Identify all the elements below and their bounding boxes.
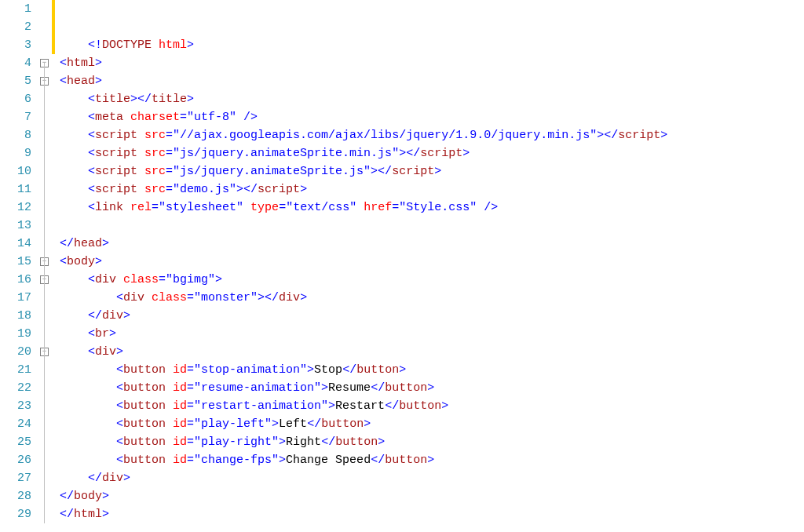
code-line[interactable]: <html>	[60, 54, 804, 72]
line-number: 29	[0, 505, 31, 523]
code-token: button	[399, 399, 441, 413]
code-line[interactable]: </div>	[60, 307, 804, 325]
code-token: ="monster"></	[187, 291, 279, 304]
line-number: 1	[0, 0, 31, 18]
change-marker-column	[52, 0, 57, 532]
line-number: 3	[0, 36, 31, 54]
line-number-gutter: 1234567891011121314151617181920212223242…	[0, 0, 38, 532]
code-line[interactable]: <button id="change-fps">Change Speed</bu…	[60, 451, 804, 469]
code-token: ="js/jquery.animateSprite.min.js"></	[166, 147, 420, 160]
code-token: </	[342, 363, 356, 377]
code-line[interactable]: <button id="restart-animation">Restart</…	[60, 397, 804, 415]
code-line[interactable]: <button id="resume-animation">Resume</bu…	[60, 379, 804, 397]
code-line[interactable]: </body>	[60, 487, 804, 505]
code-token: ="text/css"	[279, 201, 364, 214]
code-token: class	[152, 291, 187, 304]
code-line[interactable]: </head>	[60, 235, 804, 253]
line-number: 26	[0, 451, 31, 469]
code-token: src	[144, 147, 166, 160]
code-line[interactable]: <title></title>	[60, 90, 804, 108]
code-line[interactable]: <head>	[60, 72, 804, 90]
code-line[interactable]: <button id="play-left">Left</button>	[60, 415, 804, 433]
line-number: 6	[0, 90, 31, 108]
code-token: <	[88, 327, 95, 341]
code-token: <	[116, 454, 123, 467]
code-line[interactable]: <script src="demo.js"></script>	[60, 180, 804, 199]
code-token: charset	[130, 111, 180, 124]
code-line[interactable]: <button id="stop-animation">Stop</button…	[60, 361, 804, 379]
code-token: ="change-fps">	[187, 454, 286, 467]
code-token: head	[74, 237, 102, 250]
code-token: </	[371, 381, 385, 395]
code-token: <!	[88, 38, 102, 52]
code-token: </	[88, 309, 102, 322]
code-token: >	[95, 255, 102, 268]
code-token	[116, 273, 123, 286]
code-line[interactable]: <script src="js/jquery.animateSprite.js"…	[60, 162, 804, 180]
code-token: button	[123, 435, 166, 449]
code-area[interactable]: <!DOCTYPE html><html><head> <title></tit…	[57, 0, 804, 532]
line-number: 10	[0, 162, 31, 180]
code-line[interactable]: <div class="monster"></div>	[60, 289, 804, 307]
code-token: meta	[95, 111, 123, 124]
line-number: 15	[0, 253, 31, 271]
code-editor[interactable]: 1234567891011121314151617181920212223242…	[0, 0, 804, 532]
code-line[interactable]: <script src="//ajax.googleapis.com/ajax/…	[60, 126, 804, 144]
code-token: >	[116, 345, 123, 359]
code-token: >	[187, 93, 194, 106]
code-token: div	[279, 291, 300, 304]
code-line[interactable]: <meta charset="utf-8" />	[60, 108, 804, 126]
code-line[interactable]: <button id="play-right">Right</button>	[60, 433, 804, 451]
code-line[interactable]: </div>	[60, 469, 804, 487]
code-token: >	[462, 147, 470, 160]
code-token: ="//ajax.googleapis.com/ajax/libs/jquery…	[166, 129, 618, 142]
code-token: div	[102, 309, 123, 322]
code-token: >	[123, 472, 130, 485]
code-token: </	[321, 435, 335, 449]
code-token	[137, 165, 144, 178]
code-token: ></	[130, 93, 152, 106]
code-line[interactable]	[60, 0, 804, 18]
code-line[interactable]: <!DOCTYPE html>	[60, 36, 804, 54]
change-marker	[52, 18, 55, 36]
line-number: 8	[0, 126, 31, 144]
code-token: <	[116, 435, 123, 449]
code-token: <	[116, 381, 123, 395]
code-line[interactable]	[60, 18, 804, 36]
code-line[interactable]: <div>	[60, 343, 804, 361]
code-token: button	[356, 363, 399, 377]
code-token	[166, 363, 173, 377]
code-token: >	[434, 165, 441, 178]
code-token: Resume	[328, 381, 371, 395]
code-token: type	[250, 201, 279, 214]
code-token: id	[173, 399, 187, 413]
code-line[interactable]: <div class="bgimg">	[60, 271, 804, 289]
code-token: script	[95, 147, 137, 160]
code-token: html	[74, 508, 102, 521]
code-token	[166, 381, 173, 395]
line-number: 20	[0, 343, 31, 361]
code-token: button	[123, 363, 166, 377]
line-number: 18	[0, 307, 31, 325]
code-token: script	[95, 165, 137, 178]
code-token: ="bgimg">	[159, 273, 222, 286]
code-token	[166, 399, 173, 413]
code-line[interactable]: <body>	[60, 253, 804, 271]
code-token: </	[88, 472, 102, 485]
code-token: >	[300, 291, 307, 304]
line-number: 23	[0, 397, 31, 415]
code-line[interactable]: </html>	[60, 505, 804, 523]
code-line[interactable]: <script src="js/jquery.animateSprite.min…	[60, 144, 804, 162]
line-number: 24	[0, 415, 31, 433]
code-token	[144, 291, 152, 304]
fold-guide-line	[44, 63, 45, 523]
code-token: div	[95, 345, 116, 359]
line-number: 22	[0, 379, 31, 397]
code-line[interactable]	[60, 217, 804, 235]
code-line[interactable]: <br>	[60, 325, 804, 343]
code-token: button	[321, 417, 364, 431]
code-line[interactable]: <link rel="stylesheet" type="text/css" h…	[60, 199, 804, 217]
code-token: >	[102, 237, 109, 250]
code-token: src	[144, 129, 166, 142]
code-token: <	[88, 111, 95, 124]
